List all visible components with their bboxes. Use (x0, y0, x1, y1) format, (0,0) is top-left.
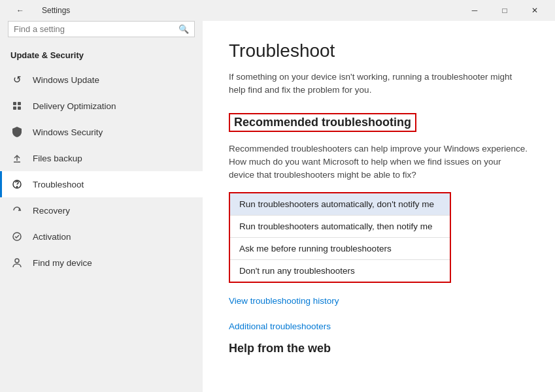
sidebar-item-label: Delivery Optimization (33, 101, 116, 111)
view-history-link[interactable]: View troubleshooting history (229, 296, 529, 306)
content-area: Troubleshoot If something on your device… (203, 21, 555, 392)
activation-icon (10, 230, 24, 243)
sidebar-item-label: Activation (33, 232, 71, 242)
svg-point-6 (16, 186, 17, 187)
dropdown-option-auto-no-notify[interactable]: Run troubleshooters automatically, don't… (230, 193, 450, 216)
additional-troubleshooters-link[interactable]: Additional troubleshooters (229, 321, 529, 331)
sidebar-item-label: Windows Security (33, 127, 103, 137)
help-from-web-heading: Help from the web (229, 342, 529, 355)
sidebar-item-files-backup[interactable]: Files backup (0, 145, 203, 171)
svg-rect-3 (18, 106, 21, 110)
sidebar-item-find-my-device[interactable]: Find my device (0, 250, 203, 276)
page-title: Troubleshoot (229, 41, 529, 61)
section-title: Update & Security (0, 45, 203, 67)
delivery-optimization-icon (10, 99, 24, 112)
windows-update-icon: ↺ (10, 73, 24, 86)
svg-rect-0 (13, 102, 16, 105)
section-description: Recommended troubleshooters can help imp… (229, 142, 529, 182)
titlebar-controls: ─ □ ✕ (460, 0, 550, 21)
sidebar-item-troubleshoot[interactable]: Troubleshoot (0, 171, 203, 197)
titlebar: ← Settings ─ □ ✕ (0, 0, 555, 21)
sidebar-item-label: Recovery (33, 206, 70, 216)
files-backup-icon (10, 152, 24, 165)
troubleshoot-dropdown[interactable]: Run troubleshooters automatically, don't… (229, 192, 451, 283)
svg-rect-1 (18, 102, 21, 105)
sidebar-item-windows-security[interactable]: Windows Security (0, 119, 203, 145)
main-layout: 🔍 Update & Security ↺ Windows Update Del… (0, 21, 555, 392)
sidebar-item-label: Troubleshoot (33, 180, 84, 189)
sidebar-item-activation[interactable]: Activation (0, 223, 203, 250)
minimize-button[interactable]: ─ (460, 0, 490, 21)
sidebar-item-recovery[interactable]: Recovery (0, 197, 203, 223)
titlebar-left: ← Settings (5, 0, 70, 21)
dropdown-option-dont-run[interactable]: Don't run any troubleshooters (230, 260, 450, 282)
dropdown-option-ask-before[interactable]: Ask me before running troubleshooters (230, 238, 450, 260)
windows-security-icon (10, 125, 24, 139)
maximize-button[interactable]: □ (490, 0, 520, 21)
svg-rect-2 (13, 106, 16, 110)
search-input[interactable] (14, 24, 175, 34)
search-box[interactable]: 🔍 (8, 21, 195, 37)
close-button[interactable]: ✕ (520, 0, 550, 21)
dropdown-option-auto-notify[interactable]: Run troubleshooters automatically, then … (230, 216, 450, 238)
sidebar-item-label: Find my device (33, 258, 92, 268)
page-description: If something on your device isn't workin… (229, 71, 529, 97)
sidebar-item-windows-update[interactable]: ↺ Windows Update (0, 67, 203, 93)
svg-point-8 (15, 259, 19, 263)
troubleshoot-icon (10, 178, 24, 191)
sidebar-item-label: Windows Update (33, 75, 99, 85)
recovery-icon (10, 204, 24, 217)
section-heading: Recommended troubleshooting (229, 113, 416, 132)
find-my-device-icon (10, 256, 24, 269)
search-icon: 🔍 (178, 24, 189, 34)
back-button[interactable]: ← (5, 0, 35, 21)
sidebar-item-delivery-optimization[interactable]: Delivery Optimization (0, 93, 203, 119)
sidebar: 🔍 Update & Security ↺ Windows Update Del… (0, 21, 203, 392)
titlebar-title: Settings (42, 6, 70, 15)
sidebar-item-label: Files backup (33, 154, 82, 163)
